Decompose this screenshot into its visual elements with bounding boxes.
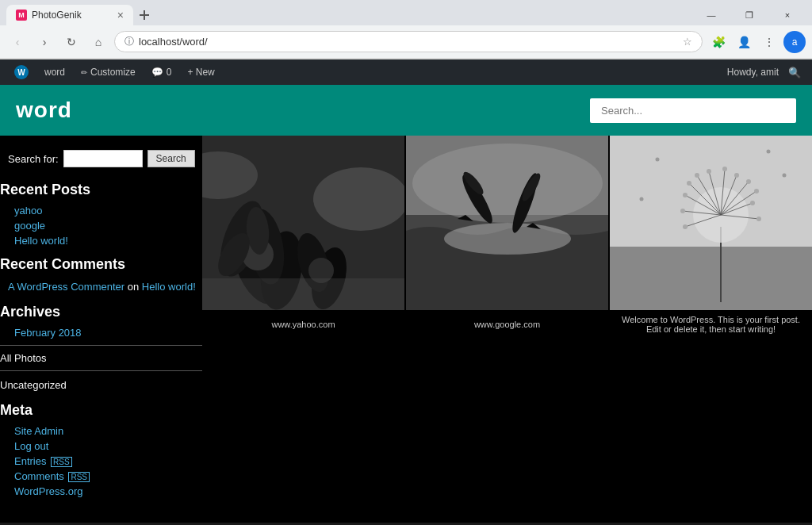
header-search-input[interactable] <box>590 98 796 123</box>
svg-point-43 <box>695 173 699 178</box>
photo-dandelion-image <box>610 136 812 310</box>
wp-admin-right: Howdy, amit 🔍 <box>722 61 806 83</box>
photo-grid: www.yahoo.com <box>202 136 812 339</box>
tab-title: PhotoGenik <box>32 10 82 21</box>
wp-customize[interactable]: ✏ Customize <box>73 59 144 85</box>
wp-new[interactable]: + New <box>179 59 222 85</box>
svg-point-56 <box>783 174 787 178</box>
new-tab-button[interactable] <box>133 4 155 26</box>
svg-point-49 <box>750 201 755 205</box>
recent-posts-title: Recent Posts <box>0 174 202 203</box>
active-tab[interactable]: M PhotoGenik × <box>6 5 133 25</box>
uncategorized-link[interactable]: Uncategorized <box>0 376 202 394</box>
search-for-section: Search for: Search <box>0 144 202 174</box>
svg-point-46 <box>734 173 739 178</box>
svg-rect-27 <box>610 247 812 310</box>
photo-caption-wordpress: Welcome to WordPress. This is your first… <box>610 310 812 339</box>
svg-point-13 <box>313 167 404 231</box>
wp-comments[interactable]: 💬 0 <box>144 59 180 85</box>
tab-bar: M PhotoGenik × — ❐ × <box>0 0 812 25</box>
site-title: word <box>16 98 72 123</box>
recent-post-yahoo[interactable]: yahoo <box>0 203 202 218</box>
photo-caption-google: www.google.com <box>406 310 608 339</box>
nav-bar: ‹ › ↻ ⌂ ⓘ localhost/word/ ☆ 🧩 👤 ⋮ a <box>0 25 812 59</box>
meta-entries-rss[interactable]: Entries RSS <box>0 454 202 469</box>
main-layout: Search for: Search Recent Posts yahoo go… <box>0 136 812 507</box>
svg-point-45 <box>722 167 727 171</box>
meta-comments-rss[interactable]: Comments RSS <box>0 469 202 484</box>
svg-point-53 <box>756 217 761 221</box>
photo-item-dolphins[interactable]: www.google.com <box>406 136 608 339</box>
meta-site-admin[interactable]: Site Admin <box>0 423 202 439</box>
extensions-button[interactable]: 🧩 <box>707 31 730 53</box>
svg-point-42 <box>687 181 691 186</box>
forward-button[interactable]: › <box>33 31 56 53</box>
url-text: localhost/word/ <box>139 36 678 48</box>
svg-point-47 <box>746 179 751 184</box>
svg-point-50 <box>683 193 688 197</box>
browser-chrome: M PhotoGenik × — ❐ × ‹ › ↻ ⌂ ⓘ localhost… <box>0 0 812 59</box>
svg-point-18 <box>412 144 603 223</box>
wp-site-name[interactable]: word <box>36 59 73 85</box>
meta-log-out[interactable]: Log out <box>0 439 202 454</box>
svg-point-57 <box>640 197 644 201</box>
profile-avatar[interactable]: a <box>783 31 806 53</box>
maximize-button[interactable]: ❐ <box>731 2 768 28</box>
recent-comments-title: Recent Comments <box>0 248 202 278</box>
secure-icon: ⓘ <box>124 35 134 48</box>
archives-title: Archives <box>0 296 202 325</box>
svg-point-19 <box>444 223 571 255</box>
svg-point-48 <box>754 189 759 194</box>
wp-logo-icon: W <box>14 65 29 79</box>
svg-point-55 <box>767 150 771 154</box>
photo-item-dandelion[interactable]: Welcome to WordPress. This is your first… <box>610 136 812 339</box>
rss-badge-2: RSS <box>68 472 90 482</box>
search-for-button[interactable]: Search <box>147 150 195 167</box>
tab-close-button[interactable]: × <box>117 9 124 21</box>
all-photos-link[interactable]: All Photos <box>0 351 202 366</box>
new-label: + New <box>187 67 214 78</box>
search-for-input[interactable] <box>63 150 143 167</box>
minimize-button[interactable]: — <box>693 2 730 28</box>
comment-post-link[interactable]: Hello world! <box>142 281 196 293</box>
photo-flowers-image <box>202 136 404 310</box>
photo-item-flowers[interactable]: www.yahoo.com <box>202 136 404 339</box>
meta-wordpress-org[interactable]: WordPress.org <box>0 484 202 499</box>
tab-favicon: M <box>16 10 27 21</box>
recent-post-google[interactable]: google <box>0 218 202 233</box>
meta-title: Meta <box>0 394 202 423</box>
bookmark-icon: ☆ <box>683 36 692 48</box>
wp-logo-item[interactable]: W <box>6 59 36 85</box>
settings-button[interactable]: ⋮ <box>758 31 780 53</box>
svg-point-44 <box>707 169 711 174</box>
comment-author-link[interactable]: A WordPress Commenter <box>8 281 124 293</box>
photo-caption-yahoo: www.yahoo.com <box>202 310 404 339</box>
comment-bubble-icon: 💬 <box>151 67 163 78</box>
sidebar: Search for: Search Recent Posts yahoo go… <box>0 136 202 507</box>
window-controls: — ❐ × <box>693 2 806 28</box>
svg-point-52 <box>683 224 688 229</box>
wp-admin-bar: W word ✏ Customize 💬 0 + New Howdy, amit… <box>0 59 812 85</box>
account-button[interactable]: 👤 <box>733 31 755 53</box>
address-bar[interactable]: ⓘ localhost/word/ ☆ <box>114 31 703 52</box>
comment-on-text: on <box>128 281 142 293</box>
admin-search-icon[interactable]: 🔍 <box>783 61 806 83</box>
site-name-label: word <box>44 67 65 78</box>
customize-icon: ✏ <box>81 68 87 77</box>
howdy-text: Howdy, amit <box>722 67 783 78</box>
search-for-label: Search for: <box>8 153 59 165</box>
home-button[interactable]: ⌂ <box>87 31 109 53</box>
svg-point-51 <box>680 209 685 213</box>
svg-rect-15 <box>202 278 404 310</box>
content-area: www.yahoo.com <box>202 136 812 507</box>
comment-count: 0 <box>167 67 172 78</box>
archive-february-2018[interactable]: February 2018 <box>0 325 202 340</box>
rss-badge: RSS <box>51 457 72 467</box>
svg-rect-1 <box>140 14 149 16</box>
svg-point-54 <box>656 158 660 162</box>
browser-nav-icons: 🧩 👤 ⋮ a <box>707 31 806 53</box>
refresh-button[interactable]: ↻ <box>60 31 82 53</box>
back-button[interactable]: ‹ <box>6 31 29 53</box>
close-button[interactable]: × <box>769 2 806 28</box>
recent-post-hello-world[interactable]: Hello world! <box>0 233 202 248</box>
